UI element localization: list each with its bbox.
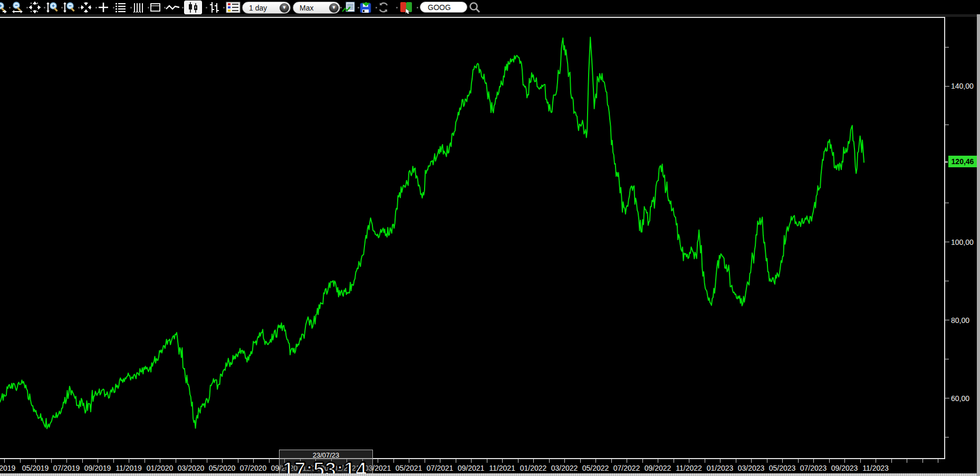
zoom-in-pan-icon[interactable] bbox=[0, 1, 8, 14]
date-axis-tick bbox=[813, 459, 814, 463]
date-axis-label: 03/2022 bbox=[551, 464, 578, 472]
date-axis-tick bbox=[518, 459, 518, 463]
date-axis-tick bbox=[798, 459, 799, 463]
price-line-series bbox=[0, 37, 864, 429]
date-axis-label: 11/2022 bbox=[676, 464, 702, 472]
date-axis-tick bbox=[66, 459, 67, 463]
chart-report-icon[interactable] bbox=[342, 1, 354, 14]
line-chart-type-icon[interactable] bbox=[166, 1, 178, 14]
date-axis-label: 03/2023 bbox=[738, 464, 765, 472]
toolbar-separator bbox=[417, 7, 418, 8]
price-axis-minor-tick bbox=[945, 125, 949, 125]
date-axis-label: 01/2020 bbox=[147, 464, 174, 472]
date-axis-tick bbox=[145, 459, 145, 463]
zoom-out-horizontal-icon[interactable] bbox=[11, 1, 24, 14]
date-axis-tick bbox=[222, 459, 223, 463]
toolbar-separator bbox=[358, 7, 359, 8]
toolbar-separator bbox=[164, 7, 166, 8]
date-axis-label: 11/2021 bbox=[489, 464, 515, 472]
range-dropdown[interactable]: Max ▼ bbox=[293, 2, 340, 14]
date-axis-label: 05/2023 bbox=[769, 464, 796, 472]
date-axis-tick bbox=[549, 459, 550, 463]
price-axis-label: 140,00 bbox=[951, 82, 974, 90]
date-axis-tick bbox=[782, 459, 783, 463]
date-axis-label: 09/2019 bbox=[84, 464, 111, 472]
price-axis-label: 60,00 bbox=[951, 394, 969, 403]
date-axis-tick bbox=[487, 459, 487, 463]
date-axis-tick bbox=[471, 459, 472, 463]
toolbar-separator bbox=[148, 7, 149, 8]
price-axis-tick bbox=[945, 242, 949, 242]
zoom-out-vertical-icon[interactable] bbox=[63, 1, 75, 14]
toolbar-separator bbox=[206, 7, 207, 8]
price-axis-tick bbox=[945, 398, 949, 398]
toolbar-separator bbox=[78, 7, 80, 8]
horizontal-scrollbar[interactable] bbox=[0, 473, 980, 476]
date-axis-tick bbox=[751, 459, 752, 463]
ohlc-chart-type-icon[interactable] bbox=[208, 1, 220, 14]
date-axis-label: 07/2020 bbox=[240, 464, 267, 472]
date-axis-tick bbox=[253, 459, 254, 463]
price-chart[interactable] bbox=[0, 18, 944, 458]
interval-dropdown-value: 1 day bbox=[243, 4, 280, 12]
range-dropdown-value: Max bbox=[293, 4, 329, 12]
date-axis-label: 03/2020 bbox=[178, 464, 205, 472]
date-axis-tick bbox=[20, 459, 21, 463]
date-axis-tick bbox=[844, 459, 845, 463]
price-axis-label: 100,00 bbox=[951, 238, 974, 246]
tooltip-date-label: 23/07/23 bbox=[280, 451, 372, 459]
date-axis-tick bbox=[238, 459, 238, 463]
date-axis-tick bbox=[393, 459, 394, 463]
date-axis-tick bbox=[611, 459, 612, 463]
date-axis-tick bbox=[456, 459, 456, 463]
refresh-icon[interactable] bbox=[377, 1, 390, 14]
date-axis-tick bbox=[129, 459, 129, 463]
indicator-list-icon[interactable] bbox=[225, 1, 241, 14]
date-axis-tick bbox=[689, 459, 689, 463]
shrink-fit-icon[interactable] bbox=[80, 1, 92, 14]
candlestick-chart-type-icon[interactable] bbox=[184, 1, 202, 14]
date-axis-tick bbox=[4, 459, 5, 463]
chevron-down-icon[interactable]: ▼ bbox=[280, 3, 289, 13]
date-axis-tick bbox=[642, 459, 643, 463]
last-price-tag: 120,46 bbox=[948, 155, 977, 168]
date-axis-tick bbox=[425, 459, 425, 463]
date-axis-label: 05/2019 bbox=[22, 464, 49, 472]
toolbar-separator bbox=[340, 7, 342, 8]
date-axis-tick bbox=[564, 459, 565, 463]
price-axis-label: 80,00 bbox=[951, 316, 969, 325]
border-box-icon[interactable] bbox=[149, 1, 162, 14]
date-axis-tick bbox=[409, 459, 409, 463]
toolbar-separator bbox=[130, 7, 132, 8]
toolbar-separator bbox=[182, 7, 184, 8]
date-axis-label: 07/2022 bbox=[613, 464, 640, 472]
toolbar-separator bbox=[396, 7, 398, 8]
date-axis-label: 07/2019 bbox=[53, 464, 80, 472]
toolbar-separator bbox=[9, 7, 11, 8]
zoom-in-vertical-icon[interactable] bbox=[46, 1, 59, 14]
date-axis-line bbox=[0, 458, 945, 459]
date-axis-tick bbox=[891, 459, 892, 463]
price-axis-minor-tick bbox=[945, 47, 949, 47]
horizontal-grid-icon[interactable] bbox=[114, 1, 127, 14]
crosshair-icon[interactable] bbox=[97, 1, 110, 14]
date-axis-label: 01/2022 bbox=[520, 464, 547, 472]
chevron-down-icon[interactable]: ▼ bbox=[329, 3, 339, 13]
price-axis-minor-tick bbox=[945, 437, 949, 437]
date-axis-tick bbox=[876, 459, 876, 463]
save-icon[interactable] bbox=[359, 1, 372, 14]
date-axis-label: 3/2019 bbox=[0, 464, 15, 472]
expand-fit-icon[interactable] bbox=[28, 1, 41, 14]
date-axis-tick bbox=[378, 459, 378, 463]
symbol-input[interactable] bbox=[420, 2, 467, 13]
vertical-grid-icon[interactable] bbox=[132, 1, 145, 14]
vertical-scrollbar[interactable] bbox=[977, 14, 980, 476]
date-axis-tick bbox=[907, 459, 907, 463]
date-axis-label: 09/2023 bbox=[831, 464, 858, 472]
price-axis-minor-tick bbox=[945, 359, 949, 359]
search-icon[interactable] bbox=[468, 1, 481, 14]
stock-chart-arrow-icon[interactable] bbox=[399, 1, 412, 14]
interval-dropdown[interactable]: 1 day ▼ bbox=[242, 2, 291, 14]
date-axis-label: 11/2023 bbox=[862, 464, 889, 472]
date-axis-tick bbox=[829, 459, 830, 463]
